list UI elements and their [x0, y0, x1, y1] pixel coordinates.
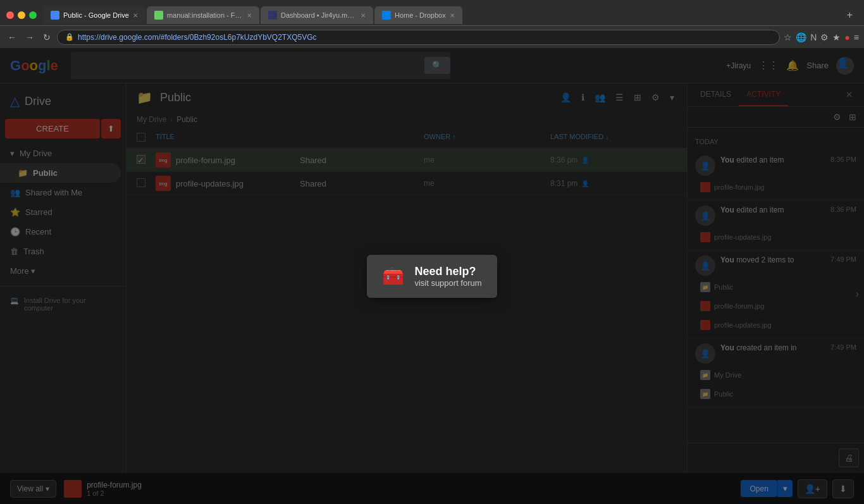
bottom-file-count: 1 of 2	[87, 489, 142, 497]
tab-close-dropbox[interactable]: ✕	[450, 12, 455, 19]
install-drive[interactable]: 💻 Install Drive for your computer	[0, 292, 126, 317]
panel-expand-button[interactable]: ⊞	[846, 109, 859, 125]
add-person-button[interactable]: 👤+	[798, 479, 827, 498]
breadcrumb-mydrive[interactable]: My Drive	[137, 115, 166, 124]
open-button-group: Open ▾	[741, 480, 792, 497]
expand-arrow-button[interactable]: ›	[856, 288, 859, 300]
download-button[interactable]: ⬇	[832, 479, 854, 498]
sidebar-item-more[interactable]: More ▾	[0, 261, 121, 281]
share-label[interactable]: Share	[806, 61, 829, 70]
new-tab-button[interactable]: +	[842, 9, 858, 21]
list-item: 👤 You created an item in 7:49 PM 📁	[688, 338, 864, 407]
shared-badge-2: Shared	[300, 179, 424, 188]
settings-button[interactable]: ⚙	[649, 90, 662, 105]
apps-icon[interactable]: ⋮⋮	[758, 59, 779, 71]
browser-tabs: Public - Google Drive ✕ manual:installat…	[43, 6, 842, 24]
activity-time-2: 8:36 PM	[830, 206, 856, 213]
file-checkbox-2[interactable]	[137, 178, 156, 189]
activity-text-3: You moved 2 items to	[720, 255, 825, 264]
search-input[interactable]	[78, 61, 419, 71]
search-bar[interactable]: 🔍	[71, 52, 450, 79]
tab-gdrive[interactable]: Public - Google Drive ✕	[43, 6, 145, 24]
activity-user-4: You	[720, 343, 734, 352]
activity-file-thumb-2	[700, 232, 710, 242]
activity-file-name-1: profile-forum.jpg	[714, 183, 764, 191]
table-row[interactable]: img profile-updates.jpg Shared me 8:31 p…	[127, 172, 687, 195]
list-view-button[interactable]: ☰	[613, 90, 626, 105]
view-all-button[interactable]: View all ▾	[10, 480, 56, 498]
logo-o2: o	[30, 58, 38, 74]
sidebar-item-trash[interactable]: 🗑 Trash	[0, 242, 121, 261]
panel-settings-button[interactable]: ⚙	[830, 109, 844, 125]
open-dropdown-button[interactable]: ▾	[777, 480, 793, 497]
close-button[interactable]	[6, 11, 14, 19]
tab-details[interactable]: DETAILS	[693, 83, 739, 106]
tab-dropbox[interactable]: Home - Dropbox ✕	[374, 6, 462, 24]
bell-icon[interactable]: 🔔	[786, 59, 799, 71]
tab-close-gdrive[interactable]: ✕	[133, 12, 138, 19]
file-owner-1: me	[424, 156, 550, 164]
sidebar-item-mydrive[interactable]: ▾ My Drive	[0, 144, 121, 163]
activity-file-3b: profile-updates.jpg	[695, 317, 856, 333]
sidebar-item-recent[interactable]: 🕒 Recent	[0, 222, 121, 242]
tab-flyspray[interactable]: manual:installation - Flyss... ✕	[147, 6, 259, 24]
extension-icon5[interactable]: ●	[844, 32, 849, 42]
avatar-4: 👤	[695, 343, 715, 364]
extension-icon3[interactable]: ⚙	[820, 32, 829, 42]
activity-main-3: 👤 You moved 2 items to 7:49 PM ›	[695, 255, 856, 276]
url-bar[interactable]: 🔒 https://drive.google.com/#folders/0Bzh…	[57, 30, 780, 45]
maximize-button[interactable]	[29, 11, 37, 19]
activity-info-3: You moved 2 items to	[720, 255, 825, 264]
tab-jira[interactable]: Dashboard • Jir4yu.me — ... ✕	[261, 6, 373, 24]
refresh-button[interactable]: ↻	[40, 31, 53, 44]
sidebar-item-public[interactable]: 📁 Public	[0, 163, 121, 183]
tab-favicon-gdrive	[51, 11, 59, 20]
help-popup[interactable]: 🧰 Need help? visit support forum	[367, 255, 497, 298]
share-folder-button[interactable]: 👤	[558, 90, 574, 105]
forward-button[interactable]: →	[23, 31, 37, 44]
logo-g2: g	[38, 58, 46, 74]
minimize-button[interactable]	[18, 11, 25, 19]
col-title[interactable]: TITLE	[156, 133, 424, 143]
select-all-checkbox[interactable]	[137, 133, 145, 142]
shared-icon: 👥	[10, 188, 20, 197]
activity-folder-icon-4b: 📁	[700, 389, 710, 399]
sidebar-item-starred[interactable]: ⭐ Starred	[0, 202, 121, 222]
tab-close-flyspray[interactable]: ✕	[247, 12, 252, 19]
add-person-header-button[interactable]: 👥	[592, 90, 608, 105]
col-owner[interactable]: OWNER ↑	[424, 133, 550, 143]
tab-close-jira[interactable]: ✕	[361, 12, 366, 19]
file-share-icon-1: 👤	[581, 157, 589, 164]
menu-icon[interactable]: ≡	[854, 32, 859, 42]
activity-action-4: created an item in	[736, 343, 796, 352]
create-button[interactable]: CREATE	[5, 119, 100, 138]
file-col-headers: TITLE OWNER ↑ LAST MODIFIED ↓	[127, 128, 687, 149]
bookmark-icon[interactable]: ☆	[784, 32, 792, 42]
file-date-1: 8:36 pm 👤	[550, 156, 677, 164]
upload-button[interactable]: ⬆	[101, 119, 121, 138]
more-button[interactable]: ▾	[667, 90, 677, 105]
activity-action-3: moved 2 items to	[736, 255, 794, 264]
back-button[interactable]: ←	[5, 31, 19, 44]
grid-view-button[interactable]: ⊞	[631, 90, 644, 105]
table-row[interactable]: ✓ img profile-forum.jpg Shared me 8:36 p…	[127, 149, 687, 172]
file-name-2: profile-updates.jpg	[176, 179, 300, 188]
print-button[interactable]: 🖨	[839, 448, 859, 467]
sidebar-item-shared[interactable]: 👥 Shared with Me	[0, 183, 121, 202]
panel-close-button[interactable]: ✕	[839, 83, 859, 106]
file-modified-2: 8:31 pm	[550, 179, 577, 188]
tab-activity[interactable]: ACTIVITY	[739, 83, 788, 106]
info-button[interactable]: ℹ	[579, 90, 587, 105]
avatar[interactable]: 👤	[836, 57, 854, 75]
activity-text-1: You edited an item	[720, 156, 825, 164]
activity-subfolder-4: 📁 Public	[695, 386, 856, 402]
extension-icon4[interactable]: ★	[832, 32, 841, 42]
search-button[interactable]: 🔍	[424, 57, 450, 74]
header-actions: +Jirayu ⋮⋮ 🔔 Share 👤	[726, 57, 854, 75]
activity-main-1: 👤 You edited an item 8:36 PM	[695, 156, 856, 176]
file-checkbox-1[interactable]: ✓	[137, 155, 156, 165]
open-button[interactable]: Open	[741, 480, 777, 497]
extension-icon1[interactable]: 🌐	[796, 32, 806, 42]
extension-icon2[interactable]: N	[810, 32, 817, 42]
col-modified[interactable]: LAST MODIFIED ↓	[550, 133, 677, 143]
